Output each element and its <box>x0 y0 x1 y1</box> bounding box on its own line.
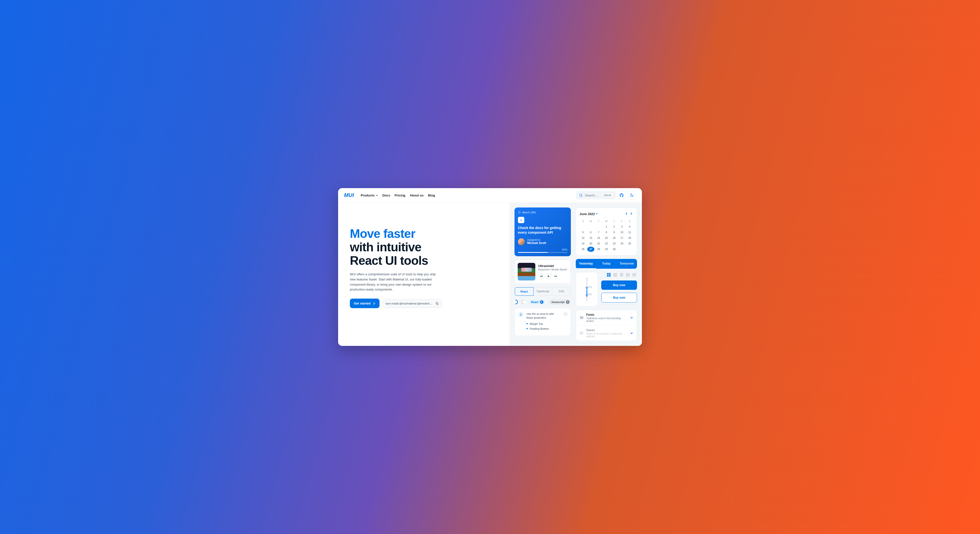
accordion-fonts-sub: Typefaces used in this branding project. <box>586 317 627 323</box>
calendar-day[interactable]: 10 <box>618 230 626 235</box>
calendar-day[interactable]: 6 <box>587 230 595 235</box>
copy-icon[interactable] <box>435 302 439 305</box>
calendar-prev-button[interactable] <box>625 211 628 216</box>
github-button[interactable] <box>617 191 626 199</box>
logo[interactable]: MUI <box>344 192 354 199</box>
svg-rect-20 <box>626 273 627 277</box>
calendar-day[interactable]: 4 <box>626 224 633 229</box>
calendar-day[interactable]: 17 <box>618 235 626 240</box>
calendar-day[interactable]: 16 <box>611 235 618 240</box>
tab-today[interactable]: Today <box>596 259 616 269</box>
calendar-day[interactable]: 15 <box>603 235 610 240</box>
calendar-next-button[interactable] <box>629 211 633 216</box>
accordion-hacks-title: Hacks <box>586 329 627 332</box>
calendar-day[interactable]: 28 <box>595 247 602 252</box>
calendar-day[interactable]: 26 <box>579 247 587 252</box>
hero-title-accent: Move faster <box>350 227 415 240</box>
track-artist: Basement • Beside Myself <box>538 268 568 271</box>
hero-title: Move faster with intuitive React UI tool… <box>350 227 505 267</box>
calendar-day[interactable]: 8 <box>603 230 610 235</box>
tab-yesterday[interactable]: Yesterday <box>576 259 596 269</box>
calendar-day[interactable]: 5 <box>579 230 587 235</box>
calendar-day[interactable]: 1 <box>603 224 610 229</box>
view-columns[interactable] <box>625 272 631 278</box>
accordion-hacks[interactable]: Hacks Some of our secrets to make this w… <box>576 326 637 341</box>
theme-toggle-button[interactable] <box>628 191 636 199</box>
chevron-down-icon <box>630 331 633 335</box>
step-text: Use the sx prop to add these properties: <box>527 312 561 320</box>
calendar-day[interactable]: 18 <box>626 235 633 240</box>
calendar-day[interactable]: 20 <box>587 241 595 246</box>
calendar-day <box>595 224 602 229</box>
app-window: MUI Products Docs Pricing About us Blog … <box>338 188 642 346</box>
album-art <box>518 263 535 280</box>
temperature-slider[interactable]: 0°C 5°C <box>587 277 587 302</box>
svg-rect-9 <box>615 273 616 274</box>
chip-javascript[interactable]: Javascript ✕ <box>549 299 571 305</box>
music-player-card: Ultraviolet Basement • Beside Myself <box>514 260 571 284</box>
get-started-button[interactable]: Get started <box>350 299 380 308</box>
calendar-day[interactable]: 3 <box>618 224 626 229</box>
calendar-day[interactable]: 7 <box>595 230 602 235</box>
view-list[interactable] <box>619 272 624 278</box>
accordion-fonts[interactable]: Fonts Typefaces used in this branding pr… <box>576 310 637 326</box>
next-track-button[interactable] <box>553 273 559 279</box>
buy-button-outline[interactable]: Buy now <box>601 293 637 302</box>
calendar-day[interactable]: 29 <box>603 247 610 252</box>
search-input[interactable]: Search… Ctrl+K <box>576 191 616 199</box>
dropdown-icon <box>596 213 598 215</box>
calendar-day[interactable]: 30 <box>611 247 618 252</box>
clock-icon <box>518 211 521 214</box>
calendar-day[interactable]: 2 <box>611 224 618 229</box>
nav-blog[interactable]: Blog <box>428 194 435 197</box>
language-tabs: React TypeScript CSS <box>514 287 571 296</box>
chip-react-remove[interactable]: ✕ <box>540 300 543 304</box>
calendar-day[interactable]: 25 <box>626 241 633 246</box>
calendar-day[interactable]: 19 <box>579 241 587 246</box>
temperature-slider-card: 0°C 5°C <box>576 272 598 307</box>
calendar-day[interactable]: 22 <box>603 241 610 246</box>
nav-docs[interactable]: Docs <box>382 194 390 197</box>
tab-react[interactable]: React <box>515 287 534 296</box>
info-icon[interactable]: ⓘ <box>564 312 567 316</box>
play-button[interactable] <box>546 273 552 279</box>
avatar <box>518 238 525 245</box>
calendar-month-label: June 2022 <box>579 212 595 216</box>
view-grid-small[interactable] <box>612 272 618 278</box>
buy-button-primary[interactable]: Buy now <box>601 280 637 290</box>
folder-icon <box>579 331 584 335</box>
prev-track-button[interactable] <box>538 273 544 279</box>
calendar-day[interactable]: 27 <box>587 247 595 252</box>
svg-point-0 <box>580 194 582 196</box>
chip-javascript-remove[interactable]: ✕ <box>566 300 570 304</box>
tab-typescript[interactable]: TypeScript <box>534 287 552 296</box>
tab-tomorrow[interactable]: Tomorrow <box>617 259 637 269</box>
tab-css[interactable]: CSS <box>552 287 571 296</box>
chevron-right-icon <box>630 212 633 215</box>
calendar-day[interactable]: 21 <box>595 241 602 246</box>
calendar-day[interactable]: 23 <box>611 241 618 246</box>
calendar-dow: T <box>611 219 618 224</box>
calendar-day[interactable]: 24 <box>618 241 626 246</box>
folder-icon <box>579 316 584 320</box>
nav-about[interactable]: About us <box>410 194 423 197</box>
calendar-dow: T <box>595 219 602 224</box>
switch-on[interactable] <box>514 300 518 304</box>
install-command[interactable]: npm install @mui/material @emotion… <box>382 299 442 308</box>
calendar-day[interactable]: 13 <box>587 235 595 240</box>
main-content: Move faster with intuitive React UI tool… <box>338 203 642 346</box>
progress-bar <box>518 252 568 253</box>
switch-off[interactable] <box>522 300 525 304</box>
calendar-month-select[interactable]: June 2022 <box>579 212 598 216</box>
chip-react[interactable]: React ✕ <box>529 299 545 305</box>
view-detail[interactable] <box>632 272 637 278</box>
calendar-day[interactable]: 11 <box>626 230 633 235</box>
view-grid-large[interactable] <box>606 272 611 278</box>
nav-products[interactable]: Products <box>361 194 378 197</box>
calendar-day[interactable]: 9 <box>611 230 618 235</box>
calendar-day[interactable]: 12 <box>579 235 587 240</box>
calendar-day[interactable]: 14 <box>595 235 602 240</box>
grid-small-icon <box>614 273 617 277</box>
svg-rect-14 <box>614 276 614 277</box>
nav-pricing[interactable]: Pricing <box>395 194 405 197</box>
